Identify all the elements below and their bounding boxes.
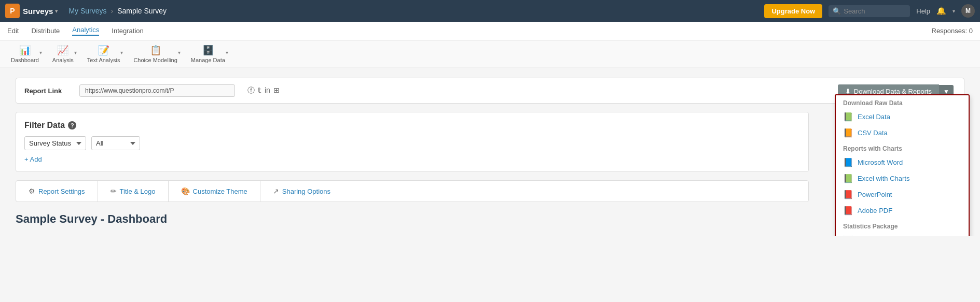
text-analysis-icon: 📝 xyxy=(98,45,109,56)
customize-theme-icon: 🎨 xyxy=(181,187,190,195)
title-logo-label: Title & Logo xyxy=(120,188,156,195)
nav-item-integration[interactable]: Integration xyxy=(112,27,143,35)
report-link-url[interactable]: https://www.questionpro.com/t/P xyxy=(79,84,235,97)
toolbar-manage-data-arrow: ▾ xyxy=(226,50,228,55)
download-csv-data[interactable]: 📙 CSV Data xyxy=(836,125,969,141)
search-input[interactable] xyxy=(844,7,906,15)
filter-data-section: Filter Data ? Survey Status Question Dat… xyxy=(16,112,809,172)
breadcrumb-separator: › xyxy=(111,7,114,15)
report-link-label: Report Link xyxy=(24,87,71,95)
dropdown-section-raw-data: Download Raw Data xyxy=(836,95,969,109)
toolbar-dashboard-label: Dashboard xyxy=(11,57,39,63)
title-logo-icon: ✏ xyxy=(111,187,117,195)
download-powerpoint[interactable]: 📕 PowerPoint xyxy=(836,186,969,203)
manage-data-icon: 🗄️ xyxy=(202,45,214,56)
download-spss[interactable]: 📊 SPSS xyxy=(836,232,969,236)
toolbar: 📊 Dashboard ▾ 📈 Analysis ▾ 📝 Text Analys… xyxy=(0,40,980,67)
nav-item-distribute[interactable]: Distribute xyxy=(31,27,60,35)
search-box: 🔍 xyxy=(829,5,910,17)
analysis-icon: 📈 xyxy=(57,45,68,56)
download-excel-charts[interactable]: 📗 Excel with Charts xyxy=(836,170,969,186)
report-settings-icon: ⚙ xyxy=(29,187,35,195)
toolbar-dashboard-arrow: ▾ xyxy=(39,50,42,55)
sharing-options-icon: ↗ xyxy=(273,187,279,195)
notifications-icon[interactable]: 🔔 xyxy=(936,6,946,16)
download-adobe-pdf[interactable]: 📕 Adobe PDF xyxy=(836,203,969,219)
social-icons: ⓕ 𝕥 in ⊞ xyxy=(247,86,280,95)
filter-value-select[interactable]: All Complete Partial xyxy=(91,136,140,150)
word-icon: 📘 xyxy=(843,157,853,167)
toolbar-text-analysis[interactable]: 📝 Text Analysis ▾ xyxy=(81,42,126,66)
breadcrumb: My Surveys › Sample Survey xyxy=(68,7,167,15)
customize-theme-button[interactable]: 🎨 Customize Theme xyxy=(169,181,260,202)
download-dropdown-menu: Download Raw Data 📗 Excel Data 📙 CSV Dat… xyxy=(835,94,970,236)
filter-title-text: Filter Data xyxy=(24,121,65,130)
customize-theme-label: Customize Theme xyxy=(193,188,247,195)
toolbar-choice-modelling-arrow: ▾ xyxy=(178,50,181,55)
linkedin-icon[interactable]: in xyxy=(265,86,270,95)
add-filter-button[interactable]: + Add xyxy=(24,155,800,163)
second-nav: Edit Distribute Analytics Integration Re… xyxy=(0,22,980,40)
filter-help-icon[interactable]: ? xyxy=(68,121,76,130)
filter-title: Filter Data ? xyxy=(24,121,800,130)
toolbar-manage-data[interactable]: 🗄️ Manage Data ▾ xyxy=(185,42,231,66)
sharing-options-button[interactable]: ↗ Sharing Options xyxy=(260,181,343,202)
download-microsoft-word[interactable]: 📘 Microsoft Word xyxy=(836,154,969,170)
csv-icon: 📙 xyxy=(843,128,853,138)
toolbar-choice-modelling[interactable]: 📋 Choice Modelling ▾ xyxy=(128,42,183,66)
toolbar-choice-modelling-label: Choice Modelling xyxy=(133,57,177,63)
avatar[interactable]: M xyxy=(961,4,975,18)
download-excel-data[interactable]: 📗 Excel Data xyxy=(836,109,969,125)
filter-row: Survey Status Question Date Range All Co… xyxy=(24,136,800,150)
breadcrumb-current: Sample Survey xyxy=(117,7,167,15)
qr-icon[interactable]: ⊞ xyxy=(273,86,280,95)
download-word-label: Microsoft Word xyxy=(858,159,903,166)
help-link[interactable]: Help xyxy=(916,7,930,15)
powerpoint-icon: 📕 xyxy=(843,190,853,199)
download-csv-data-label: CSV Data xyxy=(858,129,888,137)
toolbar-manage-data-label: Manage Data xyxy=(191,57,225,63)
dashboard-icon: 📊 xyxy=(19,45,31,56)
top-nav: P Surveys ▾ My Surveys › Sample Survey U… xyxy=(0,0,980,22)
filter-status-select[interactable]: Survey Status Question Date Range xyxy=(24,136,86,150)
nav-item-analytics[interactable]: Analytics xyxy=(72,26,99,36)
excel-charts-icon: 📗 xyxy=(843,174,853,183)
app-logo: P xyxy=(5,4,20,18)
download-excel-data-label: Excel Data xyxy=(858,113,890,121)
dropdown-section-statistics: Statistics Package xyxy=(836,219,969,232)
nav-dropdown-arrow[interactable]: ▾ xyxy=(953,8,955,14)
toolbar-text-analysis-arrow: ▾ xyxy=(120,50,123,55)
download-powerpoint-label: PowerPoint xyxy=(858,191,892,198)
dropdown-section-reports-charts: Reports with Charts xyxy=(836,141,969,154)
nav-item-edit[interactable]: Edit xyxy=(7,27,19,35)
report-settings-label: Report Settings xyxy=(38,188,85,195)
app-dropdown-arrow[interactable]: ▾ xyxy=(55,8,58,15)
main-content: Report Link https://www.questionpro.com/… xyxy=(0,67,980,236)
app-name: Surveys xyxy=(23,7,53,16)
pdf-icon: 📕 xyxy=(843,206,853,215)
dashboard-title: Sample Survey - Dashboard xyxy=(16,212,964,226)
breadcrumb-parent[interactable]: My Surveys xyxy=(68,7,106,15)
search-icon: 🔍 xyxy=(833,7,841,15)
bottom-actions: ⚙ Report Settings ✏ Title & Logo 🎨 Custo… xyxy=(16,180,809,202)
sharing-options-label: Sharing Options xyxy=(282,188,330,195)
download-pdf-label: Adobe PDF xyxy=(858,207,892,214)
toolbar-analysis-label: Analysis xyxy=(52,57,74,63)
responses-count: Responses: 0 xyxy=(932,27,973,35)
report-link-bar: Report Link https://www.questionpro.com/… xyxy=(16,78,964,104)
toolbar-dashboard[interactable]: 📊 Dashboard ▾ xyxy=(5,42,45,66)
choice-modelling-icon: 📋 xyxy=(150,45,161,56)
title-logo-button[interactable]: ✏ Title & Logo xyxy=(98,181,169,202)
upgrade-button[interactable]: Upgrade Now xyxy=(764,4,822,18)
top-nav-right: Upgrade Now 🔍 Help 🔔 ▾ M xyxy=(764,4,975,18)
toolbar-analysis[interactable]: 📈 Analysis ▾ xyxy=(47,42,79,66)
toolbar-text-analysis-label: Text Analysis xyxy=(87,57,120,63)
facebook-icon[interactable]: ⓕ xyxy=(247,86,255,95)
excel-icon: 📗 xyxy=(843,112,853,122)
report-settings-button[interactable]: ⚙ Report Settings xyxy=(16,181,98,202)
toolbar-analysis-arrow: ▾ xyxy=(74,50,77,55)
download-excel-charts-label: Excel with Charts xyxy=(858,175,909,182)
spss-icon: 📊 xyxy=(843,235,853,236)
twitter-icon[interactable]: 𝕥 xyxy=(258,86,261,95)
